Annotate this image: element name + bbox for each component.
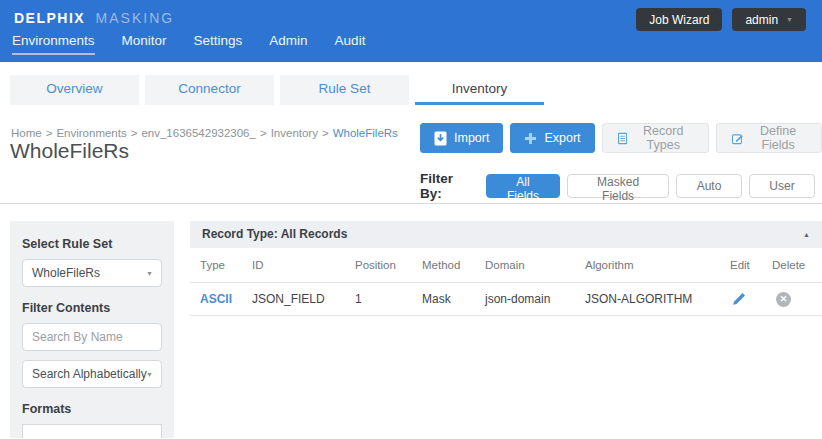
export-button[interactable]: Export	[510, 123, 594, 153]
cell-id: JSON_FIELD	[252, 292, 355, 306]
nav-item-audit[interactable]: Audit	[335, 33, 366, 55]
sort-value: Search Alphabetically	[32, 367, 147, 381]
breadcrumb-separator: >	[322, 127, 329, 139]
chevron-down-icon: ▼	[146, 371, 153, 378]
formats-label: Formats	[22, 402, 162, 416]
collapse-arrow-icon[interactable]: ▲	[803, 221, 810, 248]
record-types-label: Record Types	[634, 124, 693, 152]
nav-item-environments[interactable]: Environments	[12, 33, 95, 55]
breadcrumb-current: WholeFileRs	[333, 127, 398, 139]
formats-list: whole_file_single...	[22, 424, 162, 438]
main-area: Select Rule Set WholeFileRs ▼ Filter Con…	[0, 204, 822, 438]
tab-overview[interactable]: Overview	[10, 75, 139, 105]
column-header-id: ID	[252, 259, 355, 271]
circle-x-icon: ✕	[776, 292, 791, 307]
column-header-method: Method	[422, 259, 485, 271]
inventory-table: Record Type: All Records ▲ Type ID Posit…	[190, 221, 822, 316]
cell-position: 1	[355, 292, 422, 306]
export-label: Export	[544, 131, 580, 145]
filter-by-label: Filter By:	[420, 171, 476, 201]
table-row: ASCII JSON_FIELD 1 Mask json-domain JSON…	[190, 283, 822, 316]
column-header-delete: Delete	[772, 259, 812, 271]
cell-algorithm: JSON-ALGORITHM	[585, 292, 730, 306]
tab-inventory[interactable]: Inventory	[415, 75, 544, 105]
filter-contents-label: Filter Contents	[22, 301, 162, 315]
column-header-algorithm: Algorithm	[585, 259, 730, 271]
filter-masked-fields-button[interactable]: Masked Fields	[567, 174, 669, 198]
record-type-header: Record Type: All Records ▲	[190, 221, 822, 248]
cell-method: Mask	[422, 292, 485, 306]
sort-select[interactable]: Search Alphabetically ▼	[22, 360, 162, 388]
nav-item-settings[interactable]: Settings	[194, 33, 243, 55]
record-types-icon	[618, 131, 627, 146]
rule-set-select[interactable]: WholeFileRs ▼	[22, 259, 162, 287]
tab-rule-set[interactable]: Rule Set	[280, 75, 409, 105]
breadcrumb-home[interactable]: Home	[11, 127, 42, 139]
user-menu-button[interactable]: admin ▼	[732, 8, 806, 31]
breadcrumb-separator: >	[131, 127, 138, 139]
app-header: DELPHIX MASKING Environments Monitor Set…	[0, 0, 822, 62]
export-plus-icon	[524, 132, 537, 145]
select-rule-set-label: Select Rule Set	[22, 237, 162, 251]
brand-suffix: MASKING	[96, 10, 175, 26]
breadcrumb-environment-name[interactable]: env_1636542932306_	[141, 127, 255, 139]
breadcrumb-separator: >	[46, 127, 53, 139]
filter-all-fields-button[interactable]: All Fields	[486, 174, 560, 198]
column-header-edit: Edit	[730, 259, 772, 271]
page-title: WholeFileRs	[10, 139, 129, 163]
filter-row: Filter By: All Fields Masked Fields Auto…	[420, 171, 822, 201]
pencil-icon	[732, 292, 746, 306]
import-button[interactable]: Import	[420, 123, 503, 153]
breadcrumb-inventory[interactable]: Inventory	[271, 127, 318, 139]
edit-row-button[interactable]	[730, 292, 772, 306]
breadcrumb: Home>Environments>env_1636542932306_>Inv…	[11, 127, 398, 139]
delete-row-button[interactable]: ✕	[772, 292, 812, 307]
chevron-down-icon: ▼	[146, 270, 153, 277]
define-fields-label: Define Fields	[750, 124, 806, 152]
column-header-type: Type	[200, 259, 252, 271]
job-wizard-label: Job Wizard	[649, 13, 709, 27]
record-types-button[interactable]: Record Types	[602, 123, 709, 153]
main-nav: Environments Monitor Settings Admin Audi…	[12, 33, 365, 55]
header-actions: Job Wizard admin ▼	[636, 8, 806, 31]
cell-type-link[interactable]: ASCII	[200, 292, 252, 306]
define-fields-icon	[732, 131, 743, 146]
content-header: Home>Environments>env_1636542932306_>Inv…	[0, 105, 822, 204]
import-label: Import	[454, 131, 489, 145]
rule-set-value: WholeFileRs	[32, 266, 100, 280]
record-type-header-label: Record Type: All Records	[202, 227, 347, 241]
import-icon	[434, 131, 447, 146]
search-field-wrap	[22, 323, 162, 351]
breadcrumb-environments[interactable]: Environments	[56, 127, 126, 139]
chevron-down-icon: ▼	[786, 16, 793, 23]
table-column-headers: Type ID Position Method Domain Algorithm…	[190, 248, 822, 283]
job-wizard-button[interactable]: Job Wizard	[636, 8, 722, 31]
action-buttons: Import Export Record Types Define Fields	[420, 123, 822, 153]
define-fields-button[interactable]: Define Fields	[716, 123, 822, 153]
app-logo: DELPHIX MASKING	[14, 10, 174, 26]
user-menu-label: admin	[745, 13, 778, 27]
sidebar: Select Rule Set WholeFileRs ▼ Filter Con…	[10, 221, 174, 438]
column-header-domain: Domain	[485, 259, 585, 271]
tab-connector[interactable]: Connector	[145, 75, 274, 105]
nav-item-monitor[interactable]: Monitor	[122, 33, 167, 55]
column-header-position: Position	[355, 259, 422, 271]
nav-item-admin[interactable]: Admin	[269, 33, 307, 55]
breadcrumb-separator: >	[260, 127, 267, 139]
brand-name: DELPHIX	[14, 10, 85, 26]
filter-auto-button[interactable]: Auto	[676, 174, 742, 198]
filter-user-button[interactable]: User	[749, 174, 815, 198]
section-tabs: Overview Connector Rule Set Inventory	[0, 62, 822, 105]
search-by-name-input[interactable]	[32, 330, 152, 344]
cell-domain: json-domain	[485, 292, 585, 306]
